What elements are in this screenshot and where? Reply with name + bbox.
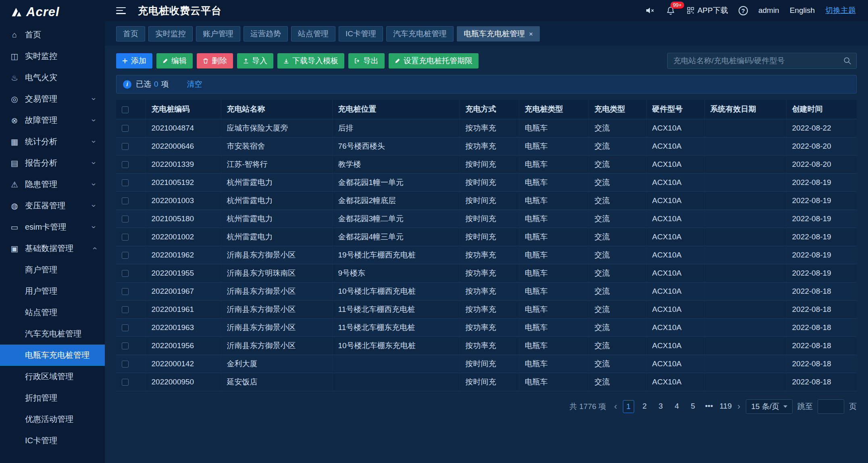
theme-switch-link[interactable]: 切换主题 xyxy=(825,5,856,16)
row-checkbox[interactable] xyxy=(122,343,129,349)
sidebar-item[interactable]: ⊗ 故障管理 xyxy=(0,110,105,131)
mute-speaker-icon[interactable] xyxy=(645,5,655,16)
sidebar-subitem[interactable]: 站点管理 xyxy=(0,302,105,323)
app-download-link[interactable]: APP下载 xyxy=(687,5,728,16)
tab[interactable]: 汽车充电桩管理 xyxy=(386,26,454,42)
sidebar-subitem[interactable]: 汽车充电桩管理 xyxy=(0,323,105,345)
row-checkbox[interactable] xyxy=(122,234,129,241)
tab[interactable]: 实时监控 xyxy=(148,26,193,42)
sidebar-subitem[interactable]: 用户管理 xyxy=(0,280,105,302)
selection-suffix: 项 xyxy=(161,79,169,89)
delete-button[interactable]: 删除 xyxy=(197,53,233,69)
notification-bell-icon[interactable]: 99+ xyxy=(666,5,676,16)
table-row[interactable]: 2022000646 市安装宿舍 76号楼西楼头 按功率充 电瓶车 交流 ACX… xyxy=(116,137,857,155)
col-header-created: 创建时间 xyxy=(786,100,857,119)
page-number[interactable]: 119 xyxy=(720,400,732,413)
tab[interactable]: 运营趋势 xyxy=(244,26,288,42)
select-all-checkbox[interactable] xyxy=(122,106,129,113)
row-checkbox[interactable] xyxy=(122,125,129,132)
cell-model: ACX10A xyxy=(646,228,704,246)
sidebar-item[interactable]: ◍ 变压器管理 xyxy=(0,195,105,216)
tab[interactable]: 首页 xyxy=(116,26,145,42)
tab[interactable]: IC卡管理 xyxy=(339,26,383,42)
table-row[interactable]: 2022001962 沂南县东方御景小区 19号楼北车棚西充电桩 按功率充 电瓶… xyxy=(116,246,857,264)
sidebar-item[interactable]: ♨ 电气火灾 xyxy=(0,67,105,88)
sidebar-subitem[interactable]: 行政区域管理 xyxy=(0,366,105,387)
sidebar-item[interactable]: ▣ 基础数据管理 xyxy=(0,238,105,259)
page-number[interactable]: 4 xyxy=(671,400,683,413)
next-page-icon[interactable] xyxy=(737,401,741,412)
add-button[interactable]: 添加 xyxy=(116,53,152,69)
row-checkbox[interactable] xyxy=(122,270,129,277)
sidebar-item[interactable]: ▦ 统计分析 xyxy=(0,131,105,152)
menu-collapse-icon[interactable] xyxy=(116,7,126,14)
table-row[interactable]: 2021005192 杭州雷霆电力 金都花园1幢一单元 按时间充 电瓶车 交流 … xyxy=(116,173,857,191)
page-number[interactable]: ••• xyxy=(704,400,715,413)
table-row[interactable]: 2022001967 沂南县东方御景小区 10号楼北车棚西充电桩 按功率充 电瓶… xyxy=(116,282,857,300)
sidebar-subitem[interactable]: 折扣管理 xyxy=(0,387,105,409)
row-checkbox[interactable] xyxy=(122,288,129,295)
table-row[interactable]: 2022001963 沂南县东方御景小区 11号楼北车棚东充电桩 按功率充 电瓶… xyxy=(116,318,857,336)
table-row[interactable]: 2022001955 沂南县东方明珠南区 9号楼东 按功率充 电瓶车 交流 AC… xyxy=(116,264,857,282)
page-number[interactable]: 2 xyxy=(639,400,650,413)
sidebar-subitem[interactable]: 优惠活动管理 xyxy=(0,409,105,430)
table-row[interactable]: 2022001003 杭州雷霆电力 金都花园2幢底层 按时间充 电瓶车 交流 A… xyxy=(116,191,857,210)
page-number[interactable]: 3 xyxy=(655,400,666,413)
page-number[interactable]: 5 xyxy=(687,400,699,413)
sidebar-subitem[interactable]: 电瓶车充电桩管理 xyxy=(0,345,105,366)
chevron-icon xyxy=(90,246,99,251)
search-input[interactable] xyxy=(667,53,857,69)
row-checkbox[interactable] xyxy=(122,324,129,331)
cell-created: 2022-08-19 xyxy=(786,246,857,264)
sidebar-subitem[interactable]: 商户管理 xyxy=(0,259,105,280)
table-row[interactable]: 2022001002 杭州雷霆电力 金都花园4幢三单元 按时间充 电瓶车 交流 … xyxy=(116,228,857,246)
table-row[interactable]: 2022001956 沂南县东方御景小区 10号楼北车棚东充电桩 按功率充 电瓶… xyxy=(116,336,857,355)
username[interactable]: admin xyxy=(758,6,779,15)
download-template-button[interactable]: 下载导入模板 xyxy=(277,53,344,69)
table-row[interactable]: 2022001961 沂南县东方御景小区 11号楼北车棚西充电桩 按功率充 电瓶… xyxy=(116,300,857,318)
table-row[interactable]: 2022000142 金利大厦 按时间充 电瓶车 交流 ACX10A 2022-… xyxy=(116,355,857,373)
row-checkbox[interactable] xyxy=(122,143,129,150)
sidebar-item[interactable]: ◎ 交易管理 xyxy=(0,88,105,110)
row-checkbox[interactable] xyxy=(122,161,129,168)
row-checkbox[interactable] xyxy=(122,379,129,386)
tab-close-icon[interactable] xyxy=(529,31,533,37)
edit-button[interactable]: 编辑 xyxy=(156,53,193,69)
clear-selection-link[interactable]: 清空 xyxy=(187,79,202,89)
cell-created: 2022-08-20 xyxy=(786,155,857,173)
chevron-icon xyxy=(90,139,99,145)
row-checkbox[interactable] xyxy=(122,252,129,259)
col-header-code: 充电桩编码 xyxy=(146,100,221,119)
table-row[interactable]: 2021004874 应城市保险大厦旁 后排 按功率充 电瓶车 交流 ACX10… xyxy=(116,119,857,137)
set-period-button[interactable]: 设置充电桩托管期限 xyxy=(389,53,479,69)
table-row[interactable]: 2022000950 延安饭店 按时间充 电瓶车 交流 ACX10A 2022-… xyxy=(116,373,857,391)
tab[interactable]: 电瓶车充电桩管理 xyxy=(457,26,540,42)
row-checkbox[interactable] xyxy=(122,216,129,222)
table-row[interactable]: 2022001339 江苏-智将行 教学楼 按时间充 电瓶车 交流 ACX10A… xyxy=(116,155,857,173)
table-row[interactable]: 2021005180 杭州雷霆电力 金都花园3幢二单元 按时间充 电瓶车 交流 … xyxy=(116,210,857,228)
tab[interactable]: 站点管理 xyxy=(291,26,335,42)
search-icon[interactable] xyxy=(843,56,852,65)
import-button[interactable]: 导入 xyxy=(237,53,273,69)
cell-pile-type: 电瓶车 xyxy=(519,119,589,137)
page-size-select[interactable]: 15 条/页 xyxy=(746,399,793,414)
sidebar-item[interactable]: ⚠ 隐患管理 xyxy=(0,174,105,195)
row-checkbox[interactable] xyxy=(122,197,129,204)
sidebar-subitem[interactable]: IC卡管理 xyxy=(0,430,105,451)
prev-page-icon[interactable] xyxy=(613,401,618,412)
sidebar-item[interactable]: ◫ 实时监控 xyxy=(0,46,105,67)
jump-page-input[interactable] xyxy=(818,399,844,414)
charging-pile-table: 充电桩编码 充电站名称 充电桩位置 充电方式 充电桩类型 充电类型 硬件型号 系… xyxy=(116,100,857,391)
export-button[interactable]: 导出 xyxy=(348,53,385,69)
tab[interactable]: 账户管理 xyxy=(196,26,240,42)
sidebar-item[interactable]: ▤ 报告分析 xyxy=(0,152,105,174)
page-number[interactable]: 1 xyxy=(623,400,634,413)
language-switch[interactable]: English xyxy=(790,6,815,15)
row-checkbox[interactable] xyxy=(122,361,129,367)
sidebar-item[interactable]: ⌂ 首页 xyxy=(0,24,105,46)
sidebar-item[interactable]: ▭ esim卡管理 xyxy=(0,216,105,238)
help-icon[interactable] xyxy=(739,6,748,15)
row-checkbox[interactable] xyxy=(122,179,129,186)
row-checkbox[interactable] xyxy=(122,306,129,313)
cell-valid-date xyxy=(704,210,786,228)
